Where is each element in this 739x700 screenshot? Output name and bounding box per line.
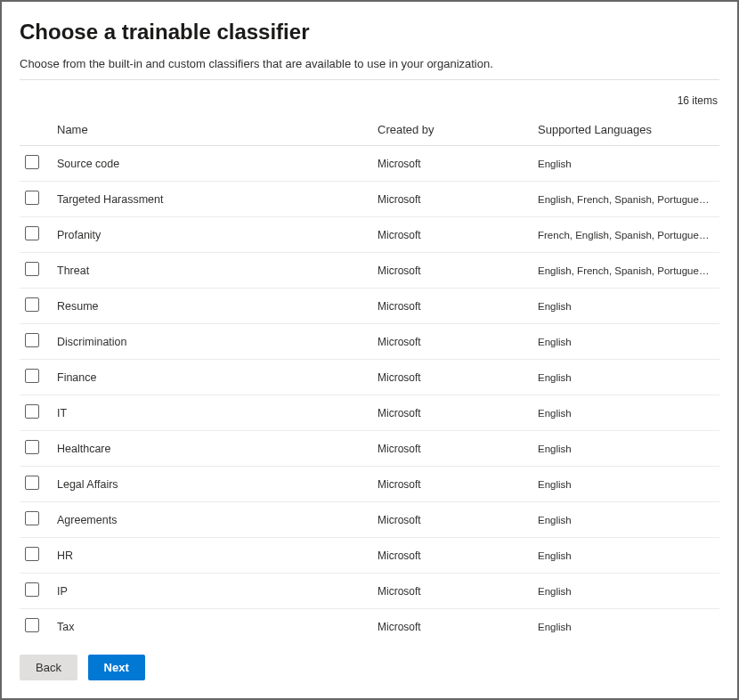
table-row[interactable]: Source codeMicrosoftEnglish	[20, 146, 719, 182]
checkbox[interactable]	[25, 226, 39, 240]
row-created-by: Microsoft	[372, 182, 532, 217]
row-checkbox-cell	[20, 289, 52, 324]
row-created-by: Microsoft	[372, 289, 532, 324]
table-row[interactable]: DiscriminationMicrosoftEnglish	[20, 324, 719, 360]
table-row[interactable]: AgreementsMicrosoftEnglish	[20, 502, 719, 538]
row-checkbox-cell	[20, 431, 52, 467]
page-title: Choose a trainable classifier	[20, 20, 719, 45]
row-languages: English	[532, 431, 719, 467]
checkbox[interactable]	[25, 476, 39, 490]
table-row[interactable]: ThreatMicrosoftEnglish, French, Spanish,…	[20, 253, 719, 289]
table-row[interactable]: TaxMicrosoftEnglish	[20, 609, 719, 643]
row-languages: English	[532, 609, 719, 643]
row-languages: English, French, Spanish, Portuguese, Ge…	[532, 182, 719, 217]
row-checkbox-cell	[20, 324, 52, 360]
row-checkbox-cell	[20, 253, 52, 289]
row-created-by: Microsoft	[372, 253, 532, 289]
row-name: Profanity	[52, 217, 372, 253]
row-checkbox-cell	[20, 146, 52, 182]
checkbox[interactable]	[25, 369, 39, 383]
row-languages: English	[532, 502, 719, 538]
row-created-by: Microsoft	[372, 467, 532, 502]
row-created-by: Microsoft	[372, 146, 532, 182]
row-languages: English	[532, 467, 719, 502]
column-header-name[interactable]: Name	[52, 116, 372, 146]
table-row[interactable]: ITMicrosoftEnglish	[20, 395, 719, 431]
table-row[interactable]: Legal AffairsMicrosoftEnglish	[20, 467, 719, 502]
row-created-by: Microsoft	[372, 431, 532, 467]
row-languages: English	[532, 395, 719, 431]
table-row[interactable]: FinanceMicrosoftEnglish	[20, 360, 719, 395]
row-name: IP	[52, 574, 372, 609]
column-header-checkbox	[20, 116, 52, 146]
checkbox[interactable]	[25, 440, 39, 454]
column-header-created-by[interactable]: Created by	[372, 116, 532, 146]
row-created-by: Microsoft	[372, 395, 532, 431]
row-languages: English	[532, 538, 719, 574]
row-checkbox-cell	[20, 538, 52, 574]
row-name: Healthcare	[52, 431, 372, 467]
footer: Back Next	[2, 642, 737, 698]
row-checkbox-cell	[20, 360, 52, 395]
checkbox[interactable]	[25, 262, 39, 276]
row-created-by: Microsoft	[372, 609, 532, 643]
row-created-by: Microsoft	[372, 502, 532, 538]
back-button[interactable]: Back	[20, 655, 77, 680]
row-created-by: Microsoft	[372, 574, 532, 609]
checkbox[interactable]	[25, 618, 39, 632]
row-languages: English	[532, 146, 719, 182]
table-row[interactable]: ResumeMicrosoftEnglish	[20, 289, 719, 324]
row-checkbox-cell	[20, 217, 52, 253]
row-languages: English	[532, 289, 719, 324]
row-name: Source code	[52, 146, 372, 182]
row-name: Finance	[52, 360, 372, 395]
checkbox[interactable]	[25, 404, 39, 419]
checkbox[interactable]	[25, 547, 39, 561]
row-name: Tax	[52, 609, 372, 643]
row-checkbox-cell	[20, 502, 52, 538]
row-name: HR	[52, 538, 372, 574]
row-checkbox-cell	[20, 609, 52, 643]
table-row[interactable]: ProfanityMicrosoftFrench, English, Spani…	[20, 217, 719, 253]
checkbox[interactable]	[25, 297, 39, 312]
row-languages: English	[532, 360, 719, 395]
row-name: Resume	[52, 289, 372, 324]
checkbox[interactable]	[25, 333, 39, 347]
row-created-by: Microsoft	[372, 360, 532, 395]
row-name: Threat	[52, 253, 372, 289]
classifier-table: Name Created by Supported Languages Sour…	[20, 116, 719, 642]
row-name: Legal Affairs	[52, 467, 372, 502]
row-created-by: Microsoft	[372, 538, 532, 574]
row-created-by: Microsoft	[372, 217, 532, 253]
checkbox[interactable]	[25, 155, 39, 169]
checkbox[interactable]	[25, 582, 39, 597]
checkbox[interactable]	[25, 191, 39, 205]
row-languages: French, English, Spanish, Portuguese, Ge…	[532, 217, 719, 253]
row-created-by: Microsoft	[372, 324, 532, 360]
table-row[interactable]: HealthcareMicrosoftEnglish	[20, 431, 719, 467]
row-languages: English	[532, 324, 719, 360]
row-checkbox-cell	[20, 395, 52, 431]
row-name: Agreements	[52, 502, 372, 538]
row-languages: English, French, Spanish, Portuguese, Ge…	[532, 253, 719, 289]
row-checkbox-cell	[20, 574, 52, 609]
row-checkbox-cell	[20, 182, 52, 217]
row-name: IT	[52, 395, 372, 431]
table-row[interactable]: HRMicrosoftEnglish	[20, 538, 719, 574]
row-name: Targeted Harassment	[52, 182, 372, 217]
table-row[interactable]: Targeted HarassmentMicrosoftEnglish, Fre…	[20, 182, 719, 217]
page-subtitle: Choose from the built-in and custom clas…	[20, 57, 719, 70]
table-row[interactable]: IPMicrosoftEnglish	[20, 574, 719, 609]
row-name: Discrimination	[52, 324, 372, 360]
checkbox[interactable]	[25, 511, 39, 525]
row-languages: English	[532, 574, 719, 609]
item-count: 16 items	[20, 80, 719, 116]
next-button[interactable]: Next	[88, 655, 145, 680]
row-checkbox-cell	[20, 467, 52, 502]
column-header-languages[interactable]: Supported Languages	[532, 116, 719, 146]
